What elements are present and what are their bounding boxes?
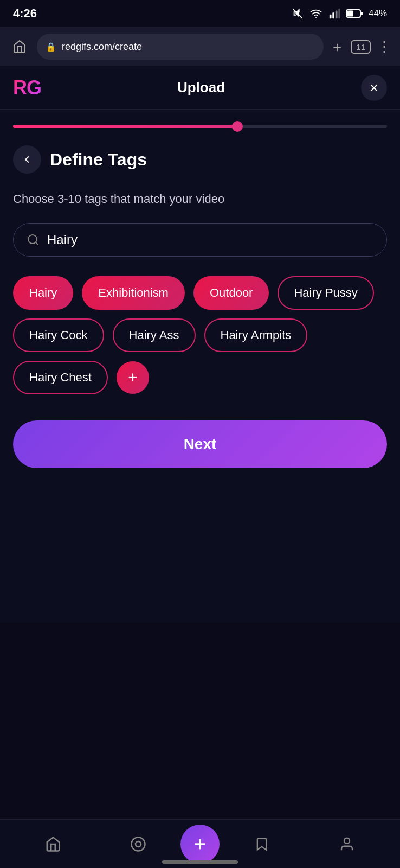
- battery-icon: [346, 9, 363, 18]
- svg-rect-0: [330, 15, 332, 18]
- back-button[interactable]: [13, 145, 41, 174]
- define-tags-subtitle: Choose 3-10 tags that match your video: [13, 191, 387, 208]
- tags-container: Hairy Exhibitionism Outdoor Hairy Pussy …: [13, 276, 387, 394]
- status-bar: 4:26 44%: [0, 0, 400, 27]
- next-button[interactable]: Next: [13, 420, 387, 468]
- menu-button[interactable]: ⋮: [377, 39, 391, 55]
- section-title: Define Tags: [50, 150, 147, 170]
- lock-icon: 🔒: [46, 42, 56, 52]
- status-time: 4:26: [13, 7, 37, 21]
- svg-rect-5: [360, 12, 363, 15]
- tag-exhibitionism[interactable]: Exhibitionism: [82, 276, 185, 310]
- svg-rect-1: [332, 12, 334, 18]
- wifi-icon: [309, 8, 323, 20]
- nav-add-button[interactable]: [180, 825, 220, 864]
- search-icon: [27, 233, 40, 246]
- tag-hairy-cock[interactable]: Hairy Cock: [13, 318, 104, 352]
- header-title: Upload: [177, 79, 225, 96]
- svg-point-9: [28, 235, 37, 244]
- tag-hairy-ass[interactable]: Hairy Ass: [113, 318, 196, 352]
- nav-profile[interactable]: [305, 836, 390, 852]
- signal-icon: [328, 8, 340, 20]
- url-bar[interactable]: 🔒 redgifs.com/create: [37, 34, 324, 60]
- close-button[interactable]: [361, 75, 387, 101]
- progress-container: [0, 110, 400, 135]
- url-text: redgifs.com/create: [62, 41, 142, 53]
- app-header: RG Upload: [0, 66, 400, 110]
- nav-home[interactable]: [11, 836, 96, 852]
- tab-count-badge[interactable]: 11: [351, 40, 371, 54]
- new-tab-button[interactable]: ＋: [330, 37, 344, 56]
- progress-dot: [232, 121, 243, 132]
- tag-hairy[interactable]: Hairy: [13, 276, 73, 310]
- main-content: Define Tags Choose 3-10 tags that match …: [0, 135, 400, 623]
- home-indicator: [162, 860, 238, 864]
- tag-outdoor[interactable]: Outdoor: [193, 276, 269, 310]
- add-tag-button[interactable]: +: [117, 361, 149, 394]
- tag-hairy-pussy[interactable]: Hairy Pussy: [278, 276, 373, 310]
- tag-hairy-armpits[interactable]: Hairy Armpits: [204, 318, 308, 352]
- browser-bar: 🔒 redgifs.com/create ＋ 11 ⋮: [0, 27, 400, 66]
- nav-bookmark[interactable]: [220, 836, 305, 852]
- progress-track: [13, 125, 387, 128]
- browser-actions: ＋ 11 ⋮: [330, 37, 391, 56]
- logo: RG: [13, 76, 41, 99]
- browser-home-button[interactable]: [9, 36, 30, 58]
- nav-explore[interactable]: [96, 836, 181, 852]
- svg-rect-6: [347, 11, 353, 17]
- status-icons: 44%: [292, 8, 387, 20]
- tag-hairy-chest[interactable]: Hairy Chest: [13, 361, 108, 394]
- mute-icon: [292, 8, 304, 20]
- svg-line-10: [36, 242, 38, 244]
- svg-point-11: [131, 837, 145, 851]
- search-input[interactable]: [47, 232, 373, 247]
- search-container[interactable]: [13, 223, 387, 257]
- svg-point-15: [344, 838, 350, 843]
- section-header: Define Tags: [13, 145, 387, 174]
- svg-rect-3: [338, 9, 340, 18]
- progress-fill: [13, 125, 237, 128]
- svg-rect-2: [336, 11, 338, 19]
- svg-point-12: [136, 841, 141, 847]
- battery-percent: 44%: [369, 8, 387, 19]
